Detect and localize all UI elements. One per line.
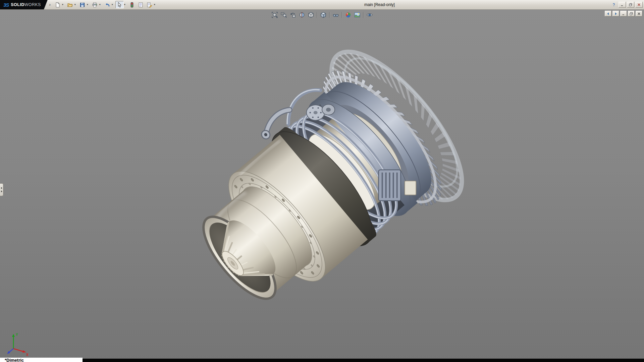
status-bar-left: *Dimetric <box>0 358 83 362</box>
open-button[interactable] <box>66 1 74 8</box>
app-close-button[interactable] <box>635 2 643 8</box>
x-axis-label: X <box>26 353 29 357</box>
prev-view-icon <box>289 12 296 18</box>
toolbar-separator <box>363 12 364 18</box>
options-button[interactable] <box>145 1 154 8</box>
min-icon <box>622 12 626 16</box>
select-icon <box>117 2 122 8</box>
view-orientation-button[interactable] <box>307 11 315 19</box>
open-icon <box>67 2 73 8</box>
pane-previous-button[interactable] <box>605 11 611 16</box>
options-dropdown[interactable]: ▾ <box>154 1 157 8</box>
undo-button[interactable] <box>103 1 111 8</box>
feature-manager-collapsed-tab[interactable] <box>0 183 3 196</box>
props-icon <box>138 2 144 8</box>
new-button[interactable] <box>53 1 62 8</box>
toolbar-separator <box>317 12 317 18</box>
previous-view-button[interactable] <box>288 11 297 19</box>
x-axis-arrow-icon <box>22 350 26 353</box>
doc-restore-button[interactable] <box>628 11 635 16</box>
toolbar-overflow-chevron-icon[interactable]: › <box>48 2 53 7</box>
doc-close-button[interactable] <box>636 11 642 16</box>
new-icon <box>55 2 60 8</box>
undo-dropdown[interactable]: ▾ <box>112 1 115 8</box>
engine-model <box>0 10 644 362</box>
zoom-area-icon <box>280 12 287 18</box>
save-icon <box>79 2 85 8</box>
section-view-button[interactable] <box>298 11 306 19</box>
select-dropdown[interactable]: ▾ <box>124 1 127 8</box>
print-dropdown[interactable]: ▾ <box>99 1 102 8</box>
view-settings-icon <box>366 12 373 18</box>
edit-appearance-button[interactable] <box>344 11 353 19</box>
y-axis-label: Y <box>16 333 18 337</box>
view-orientation-label: *Dimetric <box>5 358 24 362</box>
y-axis-arrow-icon <box>12 334 15 337</box>
appearance-icon <box>345 12 351 18</box>
document-title: main [Read-only] <box>364 0 395 10</box>
expand-panel-icon <box>1 187 2 189</box>
view-settings-button[interactable] <box>365 11 374 19</box>
display-style-icon <box>320 12 326 18</box>
app-help-button[interactable] <box>610 1 618 8</box>
brand-name-light: WORKS <box>24 2 41 7</box>
rebuild-icon <box>129 2 135 8</box>
main-toolbar: ▾▾▾▾▾▾▾ <box>53 1 157 8</box>
app-restore-button[interactable] <box>627 2 634 8</box>
file-properties-button[interactable] <box>137 1 145 8</box>
rebuild-button[interactable] <box>128 1 136 8</box>
hide-show-items-button[interactable] <box>331 11 340 19</box>
close-icon <box>637 12 641 16</box>
save-dropdown[interactable]: ▾ <box>87 1 90 8</box>
section-icon <box>299 12 305 18</box>
new-dropdown[interactable]: ▾ <box>62 1 65 8</box>
doc-minimize-button[interactable] <box>620 11 627 16</box>
brand-name: SOLIDWORKS <box>11 2 41 7</box>
open-dropdown[interactable]: ▾ <box>74 1 77 8</box>
pane-prev-icon <box>606 12 610 16</box>
restore-icon <box>629 3 633 7</box>
close-icon <box>637 3 641 7</box>
restore-icon <box>629 12 633 16</box>
document-window-controls <box>605 11 642 16</box>
scene-icon <box>354 12 360 18</box>
solidworks-logo: 3S SOLIDWORKS <box>0 0 48 9</box>
zoom-to-fit-button[interactable] <box>270 11 279 19</box>
display-style-button[interactable] <box>319 11 328 19</box>
print-icon <box>92 2 98 8</box>
zoom-to-area-button[interactable] <box>279 11 288 19</box>
pane-next-button[interactable] <box>612 11 619 16</box>
select-button[interactable] <box>115 1 124 8</box>
save-button[interactable] <box>78 1 87 8</box>
orientation-triad[interactable]: Y X <box>5 329 30 357</box>
toolbar-separator <box>329 12 330 18</box>
dassault-3ds-logo-icon: 3S <box>3 2 9 8</box>
zoom-fit-icon <box>271 12 278 18</box>
pane-next-icon <box>614 12 618 16</box>
brand-name-bold: SOLID <box>11 2 24 7</box>
app-minimize-button[interactable] <box>619 2 626 8</box>
expand-panel-icon <box>1 190 2 192</box>
min-icon <box>620 3 624 7</box>
title-bar: 3S SOLIDWORKS › ▾▾▾▾▾▾▾ main [Read-only] <box>0 0 644 10</box>
options-icon <box>147 2 152 8</box>
print-button[interactable] <box>91 1 99 8</box>
undo-icon <box>104 2 110 8</box>
taskbar-edge <box>83 359 644 362</box>
toolbar-separator <box>342 12 342 18</box>
orient-icon <box>308 12 314 18</box>
app-window-controls <box>610 1 643 8</box>
apply-scene-button[interactable] <box>353 11 362 19</box>
heads-up-view-toolbar <box>270 11 374 19</box>
graphics-viewport[interactable]: Y X *Dimetric <box>0 10 644 362</box>
help-icon <box>612 3 616 7</box>
hide-show-icon <box>332 12 339 18</box>
